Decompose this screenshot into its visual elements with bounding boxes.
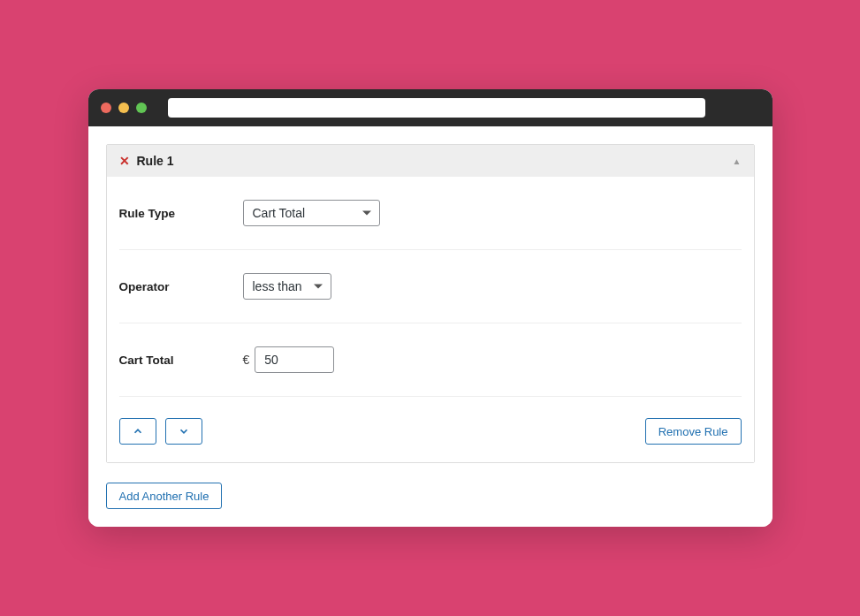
currency-symbol: €: [243, 353, 250, 367]
collapse-icon[interactable]: ▲: [733, 156, 742, 166]
rule-header[interactable]: ✕ Rule 1 ▲: [107, 145, 754, 177]
rule-body: Rule Type Cart Total Operator: [107, 177, 754, 462]
chevron-up-icon: [132, 425, 144, 437]
add-another-rule-button[interactable]: Add Another Rule: [106, 483, 223, 509]
rule-type-row: Rule Type Cart Total: [119, 177, 742, 250]
cart-total-row: Cart Total €: [119, 323, 742, 397]
maximize-window-button[interactable]: [136, 103, 147, 113]
operator-select[interactable]: less than: [243, 273, 331, 300]
rule-type-select[interactable]: Cart Total: [243, 200, 380, 226]
move-down-button[interactable]: [165, 418, 202, 445]
chevron-down-icon: [178, 425, 190, 437]
app-window: ✕ Rule 1 ▲ Rule Type Cart Total: [88, 89, 772, 527]
operator-label: Operator: [119, 280, 243, 293]
operator-row: Operator less than: [119, 250, 742, 323]
close-icon[interactable]: ✕: [119, 154, 130, 168]
reorder-buttons: [119, 418, 202, 445]
rule-footer: Remove Rule: [119, 397, 742, 445]
cart-total-input[interactable]: [255, 346, 334, 373]
remove-rule-button[interactable]: Remove Rule: [645, 418, 742, 445]
rule-type-label: Rule Type: [119, 207, 243, 220]
close-window-button[interactable]: [101, 103, 111, 113]
cart-total-label: Cart Total: [119, 354, 243, 367]
url-bar[interactable]: [168, 98, 705, 118]
add-rule-wrap: Add Another Rule: [106, 483, 755, 509]
titlebar: [88, 89, 772, 126]
minimize-window-button[interactable]: [118, 103, 129, 113]
content-area: ✕ Rule 1 ▲ Rule Type Cart Total: [88, 144, 772, 527]
move-up-button[interactable]: [119, 418, 156, 445]
rule-panel: ✕ Rule 1 ▲ Rule Type Cart Total: [106, 144, 755, 463]
traffic-lights: [101, 103, 147, 113]
rule-title: Rule 1: [137, 154, 174, 168]
